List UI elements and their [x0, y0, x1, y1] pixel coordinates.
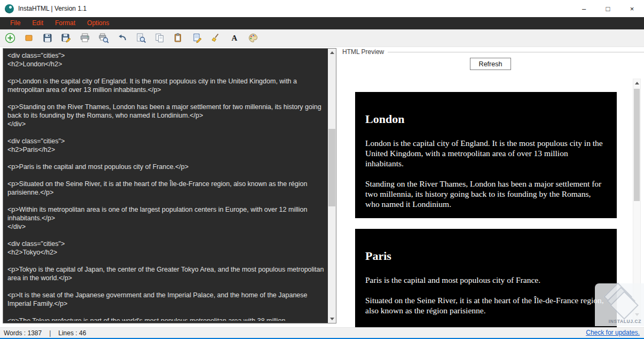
line-count: Lines : 46 [58, 329, 86, 337]
color-palette-icon [248, 33, 258, 43]
title-bar: InstaHTML | Version 1.1 – □ × [0, 0, 644, 17]
undo-button[interactable] [116, 32, 128, 44]
check-updates-link[interactable]: Check for updates. [586, 329, 640, 336]
save-as-icon [61, 33, 72, 43]
word-count: Words : 1387 [4, 329, 42, 337]
code-editor-panel: <div class="cities"> <h2>London</h2> <p>… [3, 48, 336, 323]
new-document-icon [5, 33, 15, 43]
menu-file[interactable]: File [4, 17, 26, 29]
paste-icon [173, 33, 184, 43]
preview-group: HTML Preview [342, 48, 644, 56]
undo-icon [117, 33, 128, 43]
preview-card-paris: Paris Paris is the capital and most popu… [355, 229, 617, 327]
svg-text:A: A [232, 34, 238, 42]
city-card-title: London [365, 112, 606, 126]
group-divider-line [388, 52, 644, 52]
format-brush-icon [210, 33, 221, 43]
minimize-button[interactable]: – [572, 0, 596, 17]
copy-icon [154, 33, 165, 43]
city-card-paragraph: London is the capital city of England. I… [365, 138, 606, 168]
editor-scrollbar-thumb[interactable] [328, 129, 335, 206]
open-file-icon [23, 33, 34, 43]
save-icon [42, 33, 53, 43]
format-brush-button[interactable] [210, 32, 222, 44]
print-button[interactable] [79, 32, 91, 44]
edit-page-icon [192, 33, 202, 43]
find-button[interactable] [135, 32, 147, 44]
save-button[interactable] [42, 32, 53, 44]
menu-bar: File Edit Format Options [0, 17, 644, 29]
app-logo-icon [5, 4, 14, 13]
print-preview-button[interactable] [98, 32, 109, 44]
edit-page-button[interactable] [191, 32, 203, 44]
print-preview-icon [98, 33, 109, 43]
scroll-up-arrow-icon[interactable] [633, 79, 640, 87]
close-button[interactable]: × [620, 0, 644, 17]
scroll-up-arrow-icon[interactable] [328, 49, 336, 57]
watermark-text: INSTALUJ.CZ [609, 319, 641, 324]
paste-button[interactable] [172, 32, 184, 44]
preview-scrollbar-thumb[interactable] [634, 89, 640, 201]
font-button[interactable]: A [229, 32, 240, 44]
menu-edit[interactable]: Edit [26, 17, 49, 29]
font-icon: A [229, 33, 240, 43]
scroll-down-arrow-icon[interactable] [328, 315, 336, 323]
city-card-paragraph: Paris is the capital and most populous c… [365, 275, 606, 285]
copy-button[interactable] [154, 32, 166, 44]
save-as-button[interactable] [60, 32, 72, 44]
editor-scrollbar[interactable] [328, 49, 336, 323]
toolbar: A [0, 29, 644, 47]
preview-card-london: London London is the capital city of Eng… [355, 92, 617, 218]
maximize-button[interactable]: □ [596, 0, 620, 17]
find-icon [136, 33, 146, 43]
status-bar: Words : 1387 | Lines : 46 Check for upda… [0, 327, 644, 339]
window-controls: – □ × [572, 0, 644, 17]
city-card-paragraph: Situated on the Seine River, it is at th… [365, 295, 606, 315]
status-separator: | [49, 329, 51, 337]
print-icon [80, 33, 90, 43]
menu-options[interactable]: Options [81, 17, 115, 29]
color-palette-button[interactable] [247, 32, 259, 44]
open-file-button[interactable] [23, 32, 35, 44]
refresh-button[interactable]: Refresh [470, 58, 511, 70]
menu-format[interactable]: Format [49, 17, 81, 29]
preview-group-label: HTML Preview [342, 48, 384, 56]
city-card-paragraph: Standing on the River Thames, London has… [365, 179, 606, 209]
code-editor[interactable]: <div class="cities"> <h2>London</h2> <p>… [7, 51, 325, 321]
instaluj-watermark: INSTALUJ.CZ [595, 283, 644, 326]
city-card-title: Paris [365, 249, 606, 263]
window-title: InstaHTML | Version 1.1 [18, 5, 87, 12]
new-document-button[interactable] [4, 32, 16, 44]
